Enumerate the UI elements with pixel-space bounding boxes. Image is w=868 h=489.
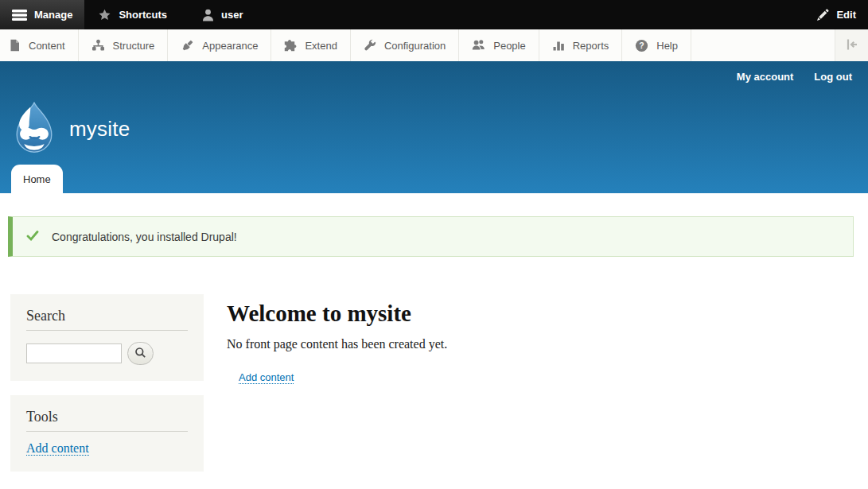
hamburger-icon (12, 10, 27, 21)
tray-spacer (691, 29, 835, 61)
star-icon (98, 9, 111, 21)
shortcuts-label: Shortcuts (119, 9, 167, 21)
toolbar-tab-manage[interactable]: Manage (0, 0, 84, 29)
tools-block-title: Tools (26, 409, 188, 432)
tray-item-label: Content (29, 40, 65, 52)
layout: Search Tools Add content (0, 294, 868, 486)
status-message-text: Congratulations, you installed Drupal! (52, 231, 237, 243)
empty-frontpage-message: No front page content has been created y… (227, 337, 447, 351)
collapse-left-icon (845, 38, 858, 53)
site-header: My account Log out (0, 61, 868, 193)
logout-link[interactable]: Log out (814, 71, 852, 83)
search-form (26, 342, 188, 365)
edit-button[interactable]: Edit (804, 0, 868, 29)
checkmark-icon (26, 231, 39, 243)
tray-item-extend[interactable]: Extend (271, 29, 350, 61)
magnifier-icon (134, 347, 146, 361)
tray-item-label: Help (656, 40, 678, 52)
people-icon (472, 39, 485, 52)
question-icon: ? (635, 39, 648, 52)
bar-chart-icon (552, 39, 565, 52)
tray-item-label: Reports (573, 40, 609, 52)
tray-item-label: Configuration (384, 40, 446, 52)
wrench-icon (364, 39, 376, 52)
primary-tabs: Home (11, 165, 63, 193)
tray-item-label: Structure (113, 40, 155, 52)
add-content-link-main[interactable]: Add content (239, 371, 294, 384)
tab-home[interactable]: Home (11, 165, 63, 193)
user-icon (202, 9, 214, 21)
tray-item-appearance[interactable]: Appearance (168, 29, 271, 61)
search-input[interactable] (26, 343, 122, 363)
edit-label: Edit (836, 9, 856, 21)
sidebar-first: Search Tools Add content (10, 294, 204, 486)
sitemap-icon (91, 39, 105, 52)
search-block-title: Search (26, 308, 188, 331)
status-message: Congratulations, you installed Drupal! (8, 216, 854, 257)
tray-item-help[interactable]: ? Help (622, 29, 691, 61)
tray-item-content[interactable]: Content (0, 29, 79, 61)
tray-item-label: Extend (305, 40, 337, 52)
toolbar-tab-user[interactable]: user (190, 0, 255, 29)
user-label: user (221, 9, 243, 21)
svg-text:?: ? (640, 41, 644, 50)
page-title: Welcome to mysite (227, 301, 447, 327)
tray-item-structure[interactable]: Structure (79, 29, 169, 61)
list-item: Add content (239, 370, 447, 384)
tools-block: Tools Add content (10, 395, 204, 472)
paintbrush-icon (181, 39, 194, 52)
collapse-tray-button[interactable] (835, 29, 868, 61)
main-region: Congratulations, you installed Drupal! S… (0, 216, 868, 486)
site-name-link[interactable]: mysite (69, 117, 130, 142)
search-submit-button[interactable] (127, 342, 154, 365)
tray-item-reports[interactable]: Reports (539, 29, 623, 61)
tray-item-people[interactable]: People (459, 29, 539, 61)
drupal-logo[interactable] (10, 101, 59, 157)
my-account-link[interactable]: My account (737, 71, 794, 83)
admin-toolbar-bar: Manage Shortcuts user Edit (0, 0, 868, 29)
site-branding: mysite (10, 101, 130, 157)
add-content-link-sidebar[interactable]: Add content (26, 441, 89, 456)
tray-item-label: People (493, 40, 525, 52)
puzzle-icon (284, 39, 297, 52)
manage-label: Manage (34, 9, 72, 21)
page: Manage Shortcuts user Edit Content (0, 0, 868, 489)
pencil-icon (816, 9, 829, 21)
tray-item-configuration[interactable]: Configuration (351, 29, 459, 61)
file-icon (9, 39, 21, 52)
main-content: Welcome to mysite No front page content … (227, 294, 447, 486)
secondary-menu: My account Log out (737, 71, 852, 83)
search-block: Search (10, 294, 204, 381)
node-links: Add content (227, 370, 447, 384)
toolbar-tab-shortcuts[interactable]: Shortcuts (86, 0, 179, 29)
toolbar-tray: Content Structure Appearance Extend Conf… (0, 29, 868, 61)
tray-item-label: Appearance (202, 40, 258, 52)
